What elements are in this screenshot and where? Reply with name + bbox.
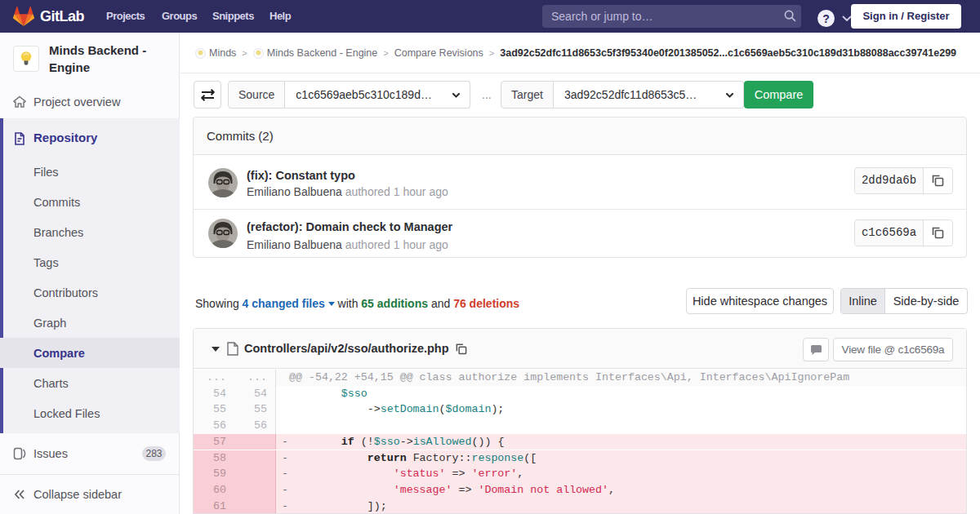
svg-text:?: ?	[822, 12, 830, 25]
